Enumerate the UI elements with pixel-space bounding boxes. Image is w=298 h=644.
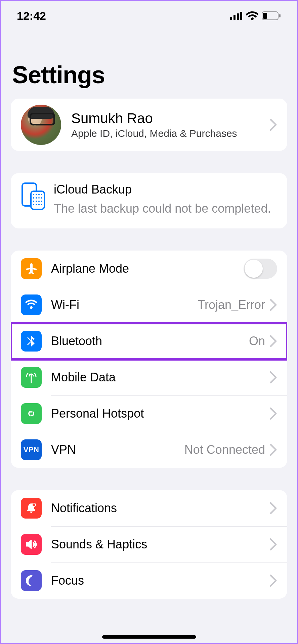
vpn-icon: VPN: [21, 439, 42, 460]
bell-icon: [21, 498, 42, 519]
chevron-right-icon: [270, 371, 277, 383]
svg-point-17: [33, 201, 34, 202]
profile-subtitle: Apple ID, iCloud, Media & Purchases: [71, 128, 270, 139]
backup-message: The last backup could not be completed.: [54, 201, 271, 217]
backup-text: iCloud Backup The last backup could not …: [54, 182, 271, 217]
svg-rect-8: [31, 191, 44, 209]
bluetooth-label: Bluetooth: [51, 334, 249, 348]
svg-point-13: [33, 197, 34, 199]
svg-point-16: [41, 197, 42, 199]
wifi-row[interactable]: Wi-Fi Trojan_Error: [11, 287, 287, 323]
status-indicators: [230, 11, 281, 20]
backup-title: iCloud Backup: [54, 182, 271, 197]
notifications-label: Notifications: [51, 501, 270, 515]
devices-icon: [21, 182, 46, 211]
focus-label: Focus: [51, 574, 270, 588]
vpn-value: Not Connected: [184, 443, 265, 457]
chevron-right-icon: [270, 444, 277, 456]
sounds-haptics-row[interactable]: Sounds & Haptics: [11, 526, 287, 562]
profile-group: Sumukh Rao Apple ID, iCloud, Media & Pur…: [11, 99, 287, 151]
backup-group: iCloud Backup The last backup could not …: [11, 173, 287, 228]
svg-rect-3: [240, 12, 242, 20]
personal-hotspot-label: Personal Hotspot: [51, 407, 270, 421]
vpn-row[interactable]: VPN VPN Not Connected: [11, 432, 287, 468]
profile-text: Sumukh Rao Apple ID, iCloud, Media & Pur…: [71, 110, 270, 139]
chevron-right-icon: [270, 299, 277, 311]
svg-point-23: [38, 204, 40, 205]
antenna-icon: [21, 367, 42, 388]
svg-point-24: [41, 204, 42, 205]
bluetooth-row[interactable]: Bluetooth On: [11, 323, 287, 359]
wifi-label: Wi-Fi: [51, 298, 198, 312]
svg-rect-5: [263, 13, 267, 19]
status-time: 12:42: [17, 9, 46, 22]
wifi-status-icon: [246, 11, 258, 20]
airplane-mode-toggle[interactable]: [244, 259, 277, 279]
status-bar: 12:42: [1, 1, 297, 31]
mobile-data-row[interactable]: Mobile Data: [11, 359, 287, 395]
bluetooth-icon: [21, 331, 42, 352]
chevron-right-icon: [270, 335, 277, 347]
chevron-right-icon: [270, 408, 277, 420]
svg-point-15: [38, 197, 40, 199]
svg-rect-6: [279, 14, 281, 17]
svg-point-10: [36, 194, 37, 195]
notifications-group: Notifications Sounds & Haptics Focus: [11, 490, 287, 599]
chevron-right-icon: [270, 119, 277, 131]
svg-point-12: [41, 194, 42, 195]
icloud-backup-row[interactable]: iCloud Backup The last backup could not …: [11, 173, 287, 228]
svg-rect-2: [237, 13, 239, 20]
airplane-mode-label: Airplane Mode: [51, 262, 244, 276]
svg-point-18: [36, 201, 37, 202]
svg-rect-0: [230, 17, 232, 20]
sounds-haptics-label: Sounds & Haptics: [51, 537, 270, 551]
chevron-right-icon: [270, 538, 277, 550]
svg-point-21: [33, 204, 34, 205]
profile-name: Sumukh Rao: [71, 110, 270, 126]
avatar: [21, 105, 61, 145]
svg-point-19: [38, 201, 40, 202]
mobile-data-label: Mobile Data: [51, 370, 270, 384]
airplane-icon: [21, 258, 42, 279]
cellular-icon: [230, 12, 243, 20]
chevron-right-icon: [270, 502, 277, 514]
focus-row[interactable]: Focus: [11, 562, 287, 599]
airplane-mode-row[interactable]: Airplane Mode: [11, 251, 287, 287]
svg-point-9: [33, 194, 34, 195]
svg-point-11: [38, 194, 40, 195]
wifi-icon: [21, 294, 42, 315]
personal-hotspot-row[interactable]: Personal Hotspot: [11, 395, 287, 432]
svg-rect-1: [233, 15, 236, 20]
apple-id-row[interactable]: Sumukh Rao Apple ID, iCloud, Media & Pur…: [11, 99, 287, 151]
svg-point-14: [36, 197, 37, 199]
bluetooth-value: On: [249, 334, 265, 348]
home-indicator[interactable]: [102, 635, 196, 639]
svg-point-22: [36, 204, 37, 205]
page-title: Settings: [1, 31, 297, 99]
chevron-right-icon: [270, 575, 277, 587]
wifi-value: Trojan_Error: [198, 298, 265, 312]
vpn-label: VPN: [51, 443, 184, 457]
svg-point-20: [41, 201, 42, 202]
svg-point-25: [32, 503, 36, 506]
link-icon: [21, 403, 42, 424]
speaker-icon: [21, 534, 42, 555]
battery-icon: [262, 11, 281, 20]
connectivity-group: Airplane Mode Wi-Fi Trojan_Error Bluetoo…: [11, 251, 287, 468]
notifications-row[interactable]: Notifications: [11, 490, 287, 526]
moon-icon: [21, 570, 42, 591]
